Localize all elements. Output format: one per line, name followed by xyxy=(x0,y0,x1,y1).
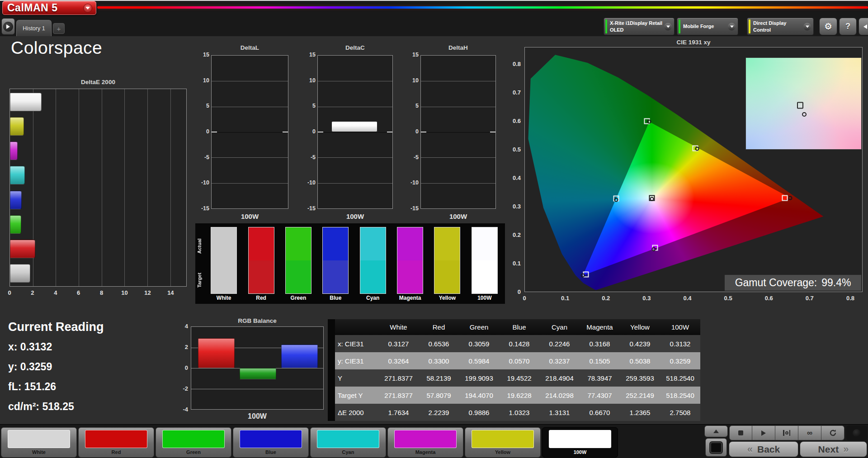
rgb-bar-red xyxy=(198,338,235,368)
x-tick-label: 4 xyxy=(50,289,61,296)
swatch-column-magenta: Magenta xyxy=(397,227,423,302)
delta-e-bar-cyan xyxy=(10,166,25,184)
swatch xyxy=(211,227,237,294)
bar-row xyxy=(10,240,186,258)
swatch xyxy=(397,227,423,294)
tab-history[interactable]: History 1 xyxy=(16,20,52,36)
continuous-measure-button[interactable]: ∞ xyxy=(798,425,821,440)
tab-nav-button[interactable] xyxy=(1,18,15,35)
actual-swatch xyxy=(472,227,497,260)
target-swatch xyxy=(323,260,348,293)
rgb-bar-green xyxy=(240,368,277,379)
chevrons-right-icon: » xyxy=(843,444,849,455)
status-indicator-yellow xyxy=(749,19,750,33)
table-cell: 0.3132 xyxy=(660,340,700,348)
y-tick-label: 4 xyxy=(179,323,188,330)
next-button[interactable]: Next » xyxy=(800,441,867,457)
calman-window: CalMAN 5 History 1 + X-Rite i1Display Re… xyxy=(0,0,868,458)
pattern-label: White xyxy=(32,449,46,455)
x-tick-label: 0.3 xyxy=(640,295,653,302)
column-header: Red xyxy=(419,323,459,331)
y-tick-label: 15 xyxy=(306,52,316,58)
table-cell: 0.3300 xyxy=(419,357,459,365)
table-cell: 259.3593 xyxy=(620,374,660,382)
y-tick-label: -5 xyxy=(199,154,209,161)
chevron-down-icon[interactable] xyxy=(83,4,92,13)
chart-title: DeltaC xyxy=(317,44,393,51)
pattern-panel-expand-button[interactable] xyxy=(704,425,728,437)
y-tick-label: 0 xyxy=(199,128,209,135)
inactive-control-button[interactable] xyxy=(846,425,867,440)
row-label: y: CIE31 xyxy=(335,357,378,365)
table-cell: 518.2540 xyxy=(660,392,700,399)
bar-row xyxy=(10,191,186,209)
pattern-swatch xyxy=(240,430,302,448)
plot-area xyxy=(420,55,496,209)
swatch-label: Cyan xyxy=(366,295,379,301)
cie-measured-marker-red xyxy=(788,196,793,200)
gridline xyxy=(318,107,392,107)
table-header-row: WhiteRedGreenBlueCyanMagentaYellow100W xyxy=(335,319,700,335)
display-control-dropdown[interactable]: Direct Display Control xyxy=(747,18,814,35)
y-tick-label: -5 xyxy=(409,154,419,161)
delta-e-bar-yellow xyxy=(10,117,24,136)
actual-swatch xyxy=(249,227,274,260)
actual-swatch xyxy=(360,227,386,260)
calman-menu-button[interactable]: CalMAN 5 xyxy=(2,1,96,15)
stop-button[interactable] xyxy=(729,425,752,440)
chevrons-left-icon: « xyxy=(747,444,753,455)
actual-label: Actual xyxy=(197,229,204,263)
table-cell: 2.7508 xyxy=(660,409,700,416)
pattern-swatch xyxy=(394,430,457,448)
meter-dropdown[interactable]: X-Rite i1Display Retail OLED xyxy=(604,18,675,35)
bar-row xyxy=(10,142,186,160)
y-tick-label: -15 xyxy=(306,205,316,212)
column-header: White xyxy=(378,323,419,331)
pattern-label: Cyan xyxy=(342,449,354,455)
actual-swatch xyxy=(434,227,460,260)
y-tick-label: 10 xyxy=(199,77,209,84)
pattern-button-green[interactable]: Green xyxy=(156,427,231,458)
swatch-label: 100W xyxy=(477,295,491,301)
measure-button[interactable] xyxy=(752,425,775,440)
help-button[interactable]: ? xyxy=(839,18,857,35)
cie-measured-marker-white xyxy=(650,197,654,201)
delta-e-bar-blue xyxy=(10,191,22,209)
chart-title: DeltaL xyxy=(211,44,288,51)
back-button[interactable]: « Back xyxy=(729,441,798,457)
column-header: 100W xyxy=(660,323,700,331)
pattern-button-white[interactable]: White xyxy=(1,427,77,458)
pattern-button-magenta[interactable]: Magenta xyxy=(387,427,463,458)
table-cell: 199.9093 xyxy=(459,374,499,382)
status-indicator-green xyxy=(679,19,680,33)
swatch-column-blue: Blue xyxy=(322,227,349,302)
settings-button[interactable]: ⚙ xyxy=(819,18,837,35)
table-cell: 0.4239 xyxy=(620,340,660,348)
swatch-column-white: White xyxy=(211,227,237,302)
chevron-down-icon xyxy=(728,23,736,30)
tab-bar: History 1 + X-Rite i1Display Retail OLED… xyxy=(0,16,868,36)
source-dropdown[interactable]: Mobile Forge xyxy=(677,18,738,35)
pattern-button-blue[interactable]: Blue xyxy=(233,427,309,458)
table-cell: 214.0298 xyxy=(539,392,580,399)
y-tick-label: -4 xyxy=(179,406,188,413)
x-tick-label: 12 xyxy=(142,289,153,296)
title-bar: CalMAN 5 xyxy=(0,0,868,16)
pattern-button-yellow[interactable]: Yellow xyxy=(465,427,541,458)
collapse-panel-button[interactable] xyxy=(859,18,868,35)
swatch-label: Green xyxy=(291,295,307,301)
single-measure-button[interactable] xyxy=(775,425,798,440)
pattern-button-red[interactable]: Red xyxy=(78,427,154,458)
y-tick-label: 0 xyxy=(306,128,316,135)
target-label: Target xyxy=(197,263,204,297)
pattern-window-button[interactable] xyxy=(705,438,727,457)
zero-tick xyxy=(283,132,288,132)
refresh-button[interactable] xyxy=(821,425,844,440)
delta-h-chart: DeltaH 100W 151050-5-10-15 xyxy=(409,44,496,227)
pattern-swatch xyxy=(85,430,147,448)
y-tick-label: -15 xyxy=(409,205,419,212)
cie-measured-marker-magenta xyxy=(651,247,656,251)
add-tab-button[interactable]: + xyxy=(53,23,65,34)
pattern-button-100w[interactable]: 100W xyxy=(542,427,618,458)
pattern-button-cyan[interactable]: Cyan xyxy=(310,427,386,458)
